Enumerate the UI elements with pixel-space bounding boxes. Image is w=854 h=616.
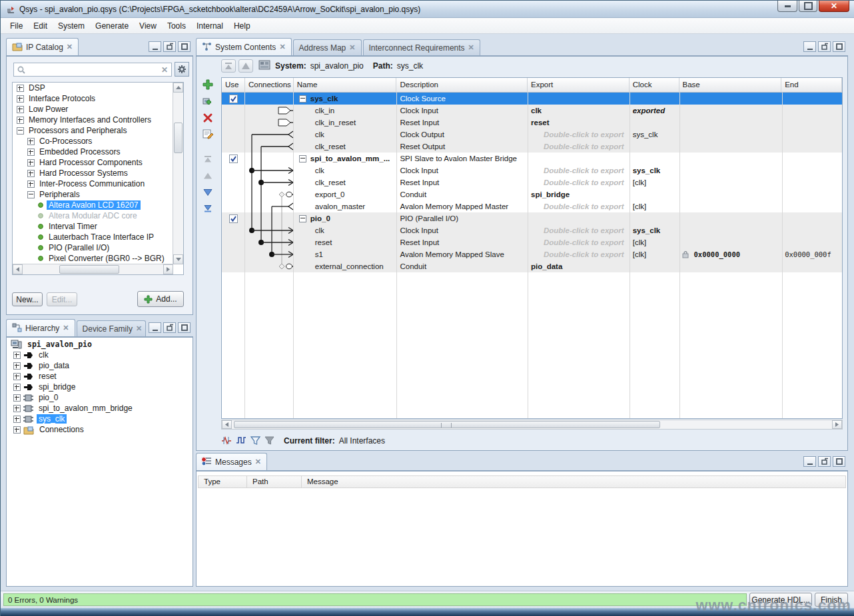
column-header-connections[interactable]: Connections bbox=[245, 78, 294, 93]
clock-cell[interactable] bbox=[630, 141, 679, 153]
expand-icon[interactable] bbox=[13, 352, 21, 359]
clock-cell[interactable]: [clk] bbox=[630, 248, 679, 260]
base-cell[interactable] bbox=[679, 141, 782, 153]
maximize-button[interactable] bbox=[799, 1, 817, 12]
export-cell[interactable]: Double-click to export bbox=[528, 224, 630, 236]
tab-close-icon[interactable]: ✕ bbox=[63, 324, 69, 332]
collapse-icon[interactable] bbox=[299, 95, 306, 103]
tree-item[interactable]: Hard Processor Systems bbox=[13, 168, 183, 178]
new-button[interactable]: New... bbox=[12, 292, 43, 306]
export-cell[interactable]: reset bbox=[528, 117, 630, 129]
tab-ip-catalog[interactable]: IP Catalog✕ bbox=[6, 38, 79, 55]
column-header-base[interactable]: Base bbox=[679, 78, 782, 93]
tab-close-icon[interactable]: ✕ bbox=[67, 43, 73, 51]
expand-icon[interactable] bbox=[27, 170, 35, 177]
minimize-button[interactable] bbox=[803, 456, 816, 467]
expand-icon[interactable] bbox=[27, 159, 35, 166]
tree-item[interactable]: Hard Processor Components bbox=[13, 157, 183, 168]
expand-icon[interactable] bbox=[27, 180, 35, 188]
move-down-button[interactable] bbox=[201, 186, 214, 199]
name-cell[interactable]: export_0 bbox=[294, 188, 397, 200]
column-header-export[interactable]: Export bbox=[528, 78, 630, 93]
table-row[interactable]: sys_clkClock Source bbox=[222, 93, 842, 105]
tree-item[interactable]: Processors and Peripherals bbox=[13, 125, 183, 136]
use-cell[interactable] bbox=[222, 141, 245, 153]
expand-icon[interactable] bbox=[13, 416, 21, 423]
expand-icon[interactable] bbox=[13, 362, 21, 370]
name-cell[interactable]: s1 bbox=[294, 248, 397, 260]
catalog-settings-button[interactable] bbox=[175, 62, 189, 77]
move-top-button[interactable] bbox=[201, 153, 214, 166]
base-cell[interactable] bbox=[679, 153, 782, 164]
use-cell[interactable] bbox=[222, 129, 245, 141]
expand-icon[interactable] bbox=[17, 95, 24, 103]
search-box[interactable]: ✕ bbox=[13, 63, 172, 77]
menu-tools[interactable]: Tools bbox=[162, 19, 191, 33]
filter-icon[interactable] bbox=[250, 436, 260, 447]
expand-icon[interactable] bbox=[13, 394, 21, 402]
base-cell[interactable] bbox=[679, 117, 782, 129]
name-cell[interactable]: reset bbox=[294, 236, 397, 248]
base-cell[interactable] bbox=[679, 260, 782, 272]
export-cell[interactable] bbox=[528, 212, 630, 224]
table-row[interactable]: clkClock InputDouble-click to exportsys_… bbox=[222, 164, 842, 176]
hierarchy-item[interactable]: spi_avalon_pio bbox=[8, 339, 191, 350]
tree-item[interactable]: Peripherals bbox=[13, 189, 183, 200]
minimize-button[interactable] bbox=[777, 1, 797, 12]
tree-item[interactable]: Low Power bbox=[13, 104, 183, 115]
expand-icon[interactable] bbox=[17, 85, 24, 92]
name-cell[interactable]: clk_reset bbox=[294, 176, 397, 188]
table-row[interactable]: export_0Conduitspi_bridge bbox=[222, 188, 842, 200]
messages-column-path[interactable]: Path bbox=[247, 476, 302, 487]
clock-cell[interactable] bbox=[630, 153, 679, 164]
table-row[interactable]: pio_0PIO (Parallel I/O) bbox=[222, 212, 842, 224]
menu-file[interactable]: File bbox=[5, 19, 28, 33]
scroll-right-icon[interactable] bbox=[163, 264, 173, 274]
expand-icon[interactable] bbox=[13, 384, 21, 391]
column-header-name[interactable]: Name bbox=[294, 78, 397, 93]
export-cell[interactable]: Double-click to export bbox=[528, 129, 630, 141]
hierarchy-item[interactable]: pio_0 bbox=[8, 392, 191, 403]
use-cell[interactable] bbox=[222, 117, 245, 129]
tab-messages[interactable]: Messages✕ bbox=[196, 453, 267, 470]
edit-button[interactable]: Edit... bbox=[47, 292, 77, 306]
table-row[interactable]: clk_resetReset OutputDouble-click to exp… bbox=[222, 141, 842, 153]
tree-item[interactable]: PIO (Parallel I/O) bbox=[13, 242, 183, 253]
export-cell[interactable]: spi_bridge bbox=[528, 188, 630, 200]
base-cell[interactable] bbox=[679, 176, 782, 188]
connections-graph[interactable] bbox=[245, 93, 294, 272]
show-interfaces-icon[interactable] bbox=[236, 436, 246, 447]
close-button[interactable]: ✕ bbox=[819, 1, 849, 12]
export-cell[interactable]: Double-click to export bbox=[528, 164, 630, 176]
export-cell[interactable]: pio_data bbox=[528, 260, 630, 272]
remove-button[interactable] bbox=[201, 111, 214, 125]
base-cell[interactable] bbox=[679, 200, 782, 212]
maximize-button[interactable] bbox=[833, 456, 845, 467]
maximize-button[interactable] bbox=[833, 41, 845, 52]
maximize-button[interactable] bbox=[178, 322, 191, 333]
base-cell[interactable] bbox=[679, 164, 782, 176]
table-row[interactable]: external_connectionConduitpio_data bbox=[222, 260, 842, 272]
table-row[interactable]: avalon_masterAvalon Memory Mapped Master… bbox=[222, 200, 842, 212]
maximize-button[interactable] bbox=[178, 41, 191, 52]
collapse-icon[interactable] bbox=[299, 215, 306, 222]
hierarchy-item[interactable]: spi_bridge bbox=[8, 382, 191, 392]
use-cell[interactable] bbox=[222, 200, 245, 212]
menu-view[interactable]: View bbox=[134, 19, 162, 33]
tab-close-icon[interactable]: ✕ bbox=[279, 43, 285, 51]
table-row[interactable]: clkClock OutputDouble-click to exportsys… bbox=[222, 129, 842, 141]
expand-icon[interactable] bbox=[13, 373, 21, 380]
tab-hierarchy[interactable]: Hierarchy✕ bbox=[6, 319, 75, 336]
collapse-icon[interactable] bbox=[299, 155, 306, 162]
move-up-button[interactable] bbox=[201, 169, 214, 182]
export-cell[interactable] bbox=[528, 153, 630, 164]
tree-item[interactable]: Interface Protocols bbox=[13, 93, 183, 104]
name-cell[interactable]: clk_reset bbox=[294, 141, 397, 153]
clear-search-icon[interactable]: ✕ bbox=[158, 65, 171, 75]
tree-item[interactable]: Co-Processors bbox=[13, 136, 183, 147]
export-cell[interactable]: Double-click to export bbox=[528, 236, 630, 248]
vscroll-thumb[interactable] bbox=[174, 123, 183, 153]
tree-item[interactable]: Pixel Converter (BGR0 --> BGR) bbox=[13, 253, 183, 264]
base-cell[interactable] bbox=[679, 93, 782, 105]
clock-cell[interactable]: sys_clk bbox=[630, 129, 679, 141]
